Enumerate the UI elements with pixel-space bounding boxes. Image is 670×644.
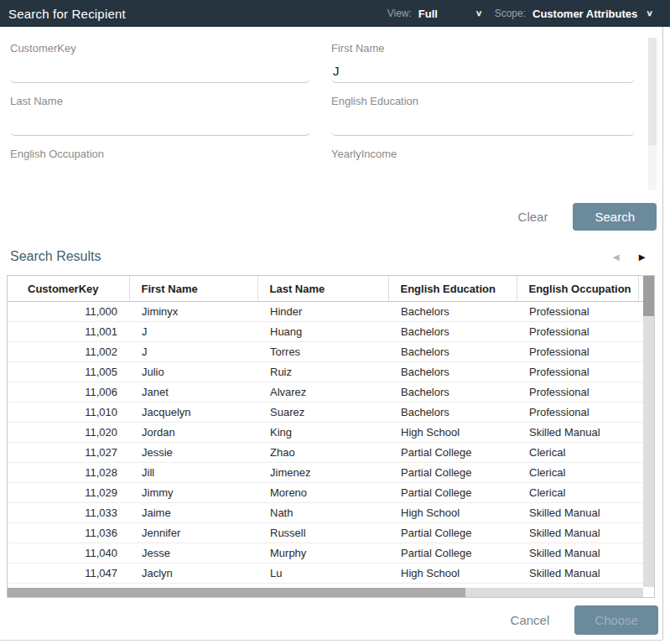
table-row[interactable]: 11,047 Jaclyn Lu High School Skilled Man… <box>8 564 655 584</box>
table-row[interactable]: 11,029 Jimmy Moreno Partial College Cler… <box>8 483 655 503</box>
field-customerkey: CustomerKey <box>10 42 310 83</box>
english-occupation-label: English Occupation <box>10 148 310 162</box>
english-occupation-input[interactable] <box>10 162 310 189</box>
cell-english-occupation: Clerical <box>517 463 638 483</box>
results-pager: ◄ ► <box>610 251 647 263</box>
cell-english-education: Bachelors <box>388 322 517 342</box>
cell-first-name: Jesse <box>129 543 257 564</box>
english-education-input[interactable] <box>331 109 635 136</box>
form-scrollbar-thumb[interactable] <box>648 38 657 145</box>
cell-first-name: J <box>129 322 257 342</box>
field-english-occupation: English Occupation <box>10 148 310 189</box>
cell-first-name: Jaclyn <box>129 564 257 584</box>
table-vertical-scrollbar-thumb[interactable] <box>643 276 654 316</box>
cell-first-name: Julio <box>129 362 257 382</box>
col-first-name[interactable]: First Name <box>129 276 257 302</box>
chevron-down-icon: ∨ <box>646 8 653 18</box>
results-table: CustomerKey First Name Last Name English… <box>7 275 655 598</box>
customerkey-input[interactable] <box>10 56 310 83</box>
table-row[interactable]: 11,002 J Torres Bachelors Professional <box>8 342 655 362</box>
cell-last-name: King <box>257 423 388 443</box>
cancel-button[interactable]: Cancel <box>499 606 562 634</box>
cell-english-education: Bachelors <box>388 302 517 322</box>
cell-last-name: Suarez <box>257 402 388 423</box>
cell-customerkey: 11,029 <box>8 483 129 503</box>
search-button[interactable]: Search <box>573 203 657 231</box>
cell-last-name: Russell <box>257 523 388 543</box>
cell-last-name: Moreno <box>257 483 388 503</box>
field-english-education: English Education <box>331 95 635 136</box>
table-row[interactable]: 11,020 Jordan King High School Skilled M… <box>8 423 655 443</box>
cell-last-name: Huang <box>257 322 388 342</box>
col-english-education[interactable]: English Education <box>388 276 517 302</box>
search-recipient-dialog: Search for Recipient View: Full ∨ Scope:… <box>0 0 670 644</box>
english-education-label: English Education <box>331 95 635 109</box>
cell-english-education: Partial College <box>388 463 517 483</box>
results-grid: CustomerKey First Name Last Name English… <box>8 276 655 584</box>
search-form: CustomerKey First Name Last Name English… <box>0 34 662 195</box>
scope-value: Customer Attributes <box>532 8 637 20</box>
cell-first-name: Jennifer <box>129 523 257 543</box>
next-page-icon[interactable]: ► <box>636 251 647 263</box>
cell-customerkey: 11,006 <box>8 382 129 402</box>
cell-english-occupation: Clerical <box>517 483 638 503</box>
cell-last-name: Hinder <box>257 302 388 322</box>
col-last-name[interactable]: Last Name <box>257 276 388 302</box>
table-row[interactable]: 11,033 Jaime Nath High School Skilled Ma… <box>8 503 655 523</box>
table-row[interactable]: 11,036 Jennifer Russell Partial College … <box>8 523 655 543</box>
cell-customerkey: 11,047 <box>8 564 129 584</box>
form-scrollbar[interactable] <box>648 38 657 190</box>
cell-first-name: Jaime <box>129 503 257 523</box>
table-row[interactable]: 11,005 Julio Ruiz Bachelors Professional <box>8 362 655 382</box>
cell-english-education: High School <box>388 423 517 443</box>
table-row[interactable]: 11,010 Jacquelyn Suarez Bachelors Profes… <box>8 402 655 423</box>
col-customerkey[interactable]: CustomerKey <box>8 276 129 302</box>
field-first-name: First Name <box>331 42 635 83</box>
cell-english-occupation: Skilled Manual <box>517 523 638 543</box>
cell-english-education: Bachelors <box>388 342 517 362</box>
cell-last-name: Alvarez <box>257 382 388 402</box>
cell-last-name: Zhao <box>257 443 388 463</box>
cell-english-occupation: Professional <box>517 362 638 382</box>
cell-first-name: Jimmy <box>129 483 257 503</box>
field-last-name: Last Name <box>10 95 310 136</box>
table-row[interactable]: 11,000 Jiminyx Hinder Bachelors Professi… <box>8 302 655 322</box>
prev-page-icon[interactable]: ◄ <box>610 251 621 263</box>
cell-customerkey: 11,036 <box>8 523 129 543</box>
cell-last-name: Jimenez <box>257 463 388 483</box>
cell-english-occupation: Clerical <box>517 443 638 463</box>
table-row[interactable]: 11,040 Jesse Murphy Partial College Skil… <box>8 543 655 564</box>
table-row[interactable]: 11,006 Janet Alvarez Bachelors Professio… <box>8 382 655 402</box>
table-horizontal-scrollbar[interactable] <box>8 588 643 597</box>
dialog-titlebar: Search for Recipient View: Full ∨ Scope:… <box>0 0 670 27</box>
table-vertical-scrollbar[interactable] <box>643 276 654 587</box>
cell-customerkey: 11,000 <box>8 302 129 322</box>
clear-button[interactable]: Clear <box>506 203 560 231</box>
yearlyincome-input[interactable] <box>331 162 635 189</box>
cell-english-occupation: Skilled Manual <box>517 503 638 523</box>
table-row[interactable]: 11,001 J Huang Bachelors Professional <box>8 322 655 342</box>
last-name-input[interactable] <box>10 109 310 136</box>
cell-english-education: Partial College <box>388 443 517 463</box>
cell-english-occupation: Skilled Manual <box>517 543 638 564</box>
cell-english-occupation: Professional <box>517 382 638 402</box>
choose-button[interactable]: Choose <box>574 605 658 635</box>
scope-dropdown[interactable]: Customer Attributes ∨ <box>532 8 665 20</box>
view-dropdown[interactable]: Full ∨ <box>418 8 495 20</box>
col-english-occupation[interactable]: English Occupation <box>517 276 638 302</box>
table-row[interactable]: 11,028 Jill Jimenez Partial College Cler… <box>8 463 655 483</box>
scrollbar-corner <box>643 587 654 597</box>
cell-customerkey: 11,040 <box>8 543 129 564</box>
cell-english-education: High School <box>388 503 517 523</box>
cell-first-name: Janet <box>129 382 257 402</box>
table-horizontal-scrollbar-thumb[interactable] <box>8 588 465 597</box>
cell-last-name: Torres <box>257 342 388 362</box>
scope-label: Scope: <box>495 8 526 19</box>
first-name-input[interactable] <box>331 56 635 83</box>
cell-last-name: Lu <box>257 564 388 584</box>
table-row[interactable]: 11,027 Jessie Zhao Partial College Cleri… <box>8 443 655 463</box>
cell-last-name: Murphy <box>257 543 388 564</box>
cell-customerkey: 11,001 <box>8 322 129 342</box>
cell-english-occupation: Skilled Manual <box>517 564 638 584</box>
form-actions: Clear Search <box>506 203 657 231</box>
